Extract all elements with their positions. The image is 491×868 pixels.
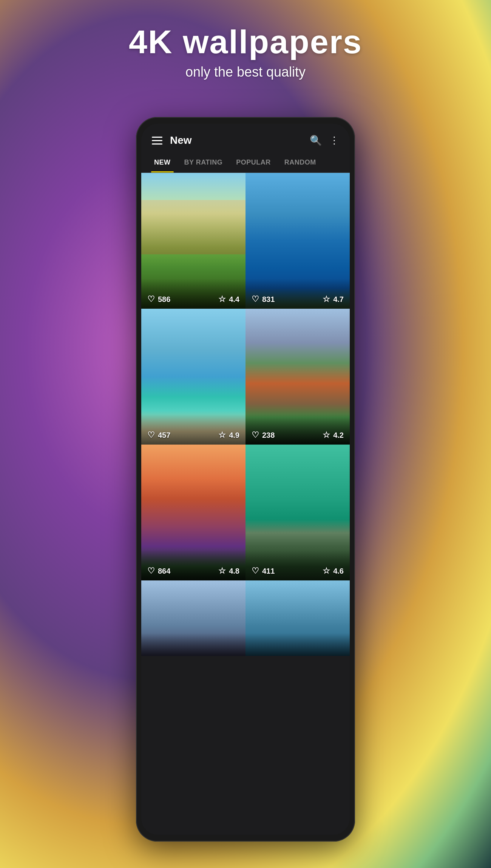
star-icon-5: ☆	[218, 566, 226, 576]
tab-by-rating[interactable]: BY RATING	[178, 152, 230, 172]
heart-icon-4: ♡	[252, 430, 259, 440]
likes-count-2: 831	[262, 295, 275, 304]
title-area: 4K wallpapers only the best quality	[0, 23, 491, 80]
top-bar: New 🔍 ⋮	[141, 124, 350, 152]
star-icon-2: ☆	[323, 294, 330, 304]
likes-count-3: 457	[158, 431, 170, 440]
stats-1: ♡ 586 ☆ 4.4	[141, 290, 246, 309]
likes-group-2: ♡ 831	[252, 294, 275, 304]
wallpaper-item-6[interactable]: ♡ 411 ☆ 4.6	[246, 445, 350, 580]
star-icon-4: ☆	[323, 430, 330, 440]
stats-4: ♡ 238 ☆ 4.2	[246, 426, 350, 445]
stats-3: ♡ 457 ☆ 4.9	[141, 426, 246, 445]
phone-frame: New 🔍 ⋮ NEW BY RATING POPULAR RANDOM	[136, 117, 355, 842]
likes-group-6: ♡ 411	[252, 566, 275, 576]
heart-icon-6: ♡	[252, 566, 259, 576]
heart-icon-1: ♡	[147, 294, 155, 304]
phone-screen: New 🔍 ⋮ NEW BY RATING POPULAR RANDOM	[141, 124, 350, 835]
heart-icon-3: ♡	[147, 430, 155, 440]
menu-line-3	[152, 143, 162, 145]
rating-value-3: 4.9	[229, 431, 239, 440]
wallpaper-item-3[interactable]: ♡ 457 ☆ 4.9	[141, 309, 246, 445]
star-icon-1: ☆	[218, 294, 226, 304]
wallpaper-grid: ♡ 586 ☆ 4.4 ♡ 831	[141, 173, 350, 656]
rating-value-5: 4.8	[229, 567, 239, 576]
likes-group-5: ♡ 864	[147, 566, 170, 576]
star-icon-3: ☆	[218, 430, 226, 440]
likes-group-4: ♡ 238	[252, 430, 275, 440]
wallpaper-item-5[interactable]: ♡ 864 ☆ 4.8	[141, 445, 246, 580]
more-options-icon[interactable]: ⋮	[329, 135, 339, 146]
rating-value-4: 4.2	[333, 431, 344, 440]
wallpaper-item-1[interactable]: ♡ 586 ☆ 4.4	[141, 173, 246, 309]
star-icon-6: ☆	[323, 566, 330, 576]
rating-group-5: ☆ 4.8	[218, 566, 239, 576]
sub-title: only the best quality	[0, 64, 491, 80]
rating-value-6: 4.6	[333, 567, 344, 576]
likes-group-1: ♡ 586	[147, 294, 170, 304]
heart-icon-2: ♡	[252, 294, 259, 304]
app-title: New	[170, 134, 310, 146]
likes-count-6: 411	[262, 567, 275, 576]
stats-2: ♡ 831 ☆ 4.7	[246, 290, 350, 309]
main-title: 4K wallpapers	[0, 23, 491, 61]
wallpaper-item-7[interactable]	[141, 580, 246, 656]
likes-count-4: 238	[262, 431, 275, 440]
stats-6: ♡ 411 ☆ 4.6	[246, 562, 350, 580]
rating-group-1: ☆ 4.4	[218, 294, 239, 304]
tab-popular[interactable]: POPULAR	[229, 152, 278, 172]
overlay-7	[141, 633, 246, 656]
tab-bar: NEW BY RATING POPULAR RANDOM	[141, 152, 350, 173]
stats-5: ♡ 864 ☆ 4.8	[141, 562, 246, 580]
wallpaper-item-4[interactable]: ♡ 238 ☆ 4.2	[246, 309, 350, 445]
menu-line-1	[152, 137, 162, 138]
menu-line-2	[152, 140, 162, 141]
tab-random[interactable]: RANDOM	[278, 152, 323, 172]
likes-count-1: 586	[158, 295, 170, 304]
wallpaper-item-2[interactable]: ♡ 831 ☆ 4.7	[246, 173, 350, 309]
menu-icon[interactable]	[152, 137, 162, 145]
likes-count-5: 864	[158, 567, 170, 576]
heart-icon-5: ♡	[147, 566, 155, 576]
overlay-8	[246, 633, 350, 656]
rating-group-2: ☆ 4.7	[323, 294, 344, 304]
rating-group-6: ☆ 4.6	[323, 566, 344, 576]
rating-group-3: ☆ 4.9	[218, 430, 239, 440]
likes-group-3: ♡ 457	[147, 430, 170, 440]
tab-new[interactable]: NEW	[147, 152, 178, 172]
search-icon[interactable]: 🔍	[310, 135, 322, 146]
rating-group-4: ☆ 4.2	[323, 430, 344, 440]
top-icons: 🔍 ⋮	[310, 135, 339, 146]
wallpaper-item-8[interactable]	[246, 580, 350, 656]
rating-value-2: 4.7	[333, 295, 344, 304]
rating-value-1: 4.4	[229, 295, 239, 304]
